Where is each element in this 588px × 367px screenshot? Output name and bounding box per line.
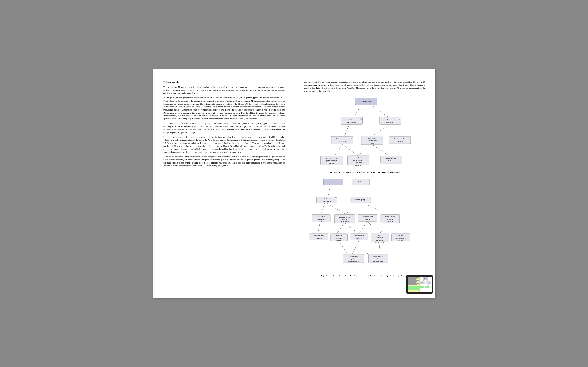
- figure6-svg: Management Customer Customer satisfactio…: [307, 177, 423, 273]
- fig5-ind2: [399, 118, 401, 120]
- fig6-custdata-l2: integration and: [348, 258, 359, 260]
- fig6-ind3: [353, 215, 355, 217]
- fig6-impcr-l2: customer: [377, 237, 383, 239]
- tablet-line7: [408, 283, 419, 284]
- fig5-ineff-l1: Inefficient order: [394, 138, 405, 140]
- fig5-lack-l1: Lack of global: [354, 157, 363, 159]
- section-title: Problem Analysis: [163, 81, 285, 84]
- fig6-line12: [367, 221, 379, 233]
- fig6-line6: [360, 203, 366, 214]
- tablet-line1: [408, 277, 419, 278]
- fig6-market-l1: Market pressure: [385, 216, 396, 218]
- fig5-ineff-l2: fulfilment: [397, 141, 403, 142]
- fig6-line10: [345, 223, 358, 233]
- fig6-line11: [359, 221, 367, 233]
- fig6-underdev-l3: relationship: [341, 221, 348, 222]
- figure5-container: Management Business performance Customer…: [304, 96, 426, 174]
- fig6-innov-l1: Innovate: [336, 235, 342, 237]
- fig6-impcr-l1: Improve: [377, 234, 382, 236]
- fig6-line7: [363, 203, 388, 214]
- fig6-caption-rest: Describing the Customer Satisfaction and…: [349, 275, 409, 277]
- page-number-left: 4: [163, 174, 285, 176]
- fig6-unified-l3: company-wide: [373, 260, 383, 262]
- svg-text:Mgmt: Mgmt: [424, 278, 427, 279]
- fig6-unified-l2: customer: [375, 258, 381, 260]
- tablet-left-col: [407, 277, 420, 292]
- svg-text:Serv. qual.: Serv. qual.: [427, 282, 430, 283]
- fig5-caption-bold: ArchiMate Motivation View: [337, 171, 358, 173]
- fig6-ineff-l1: Inefficient order: [314, 235, 324, 237]
- fig6-caption-label: Figure 6:: [321, 275, 328, 277]
- fig5-lead-l3: long: [371, 142, 374, 144]
- tablet-line4: [408, 280, 419, 281]
- fig5-line1: [354, 105, 361, 117]
- fig5-lack-l2: and consistent: [354, 159, 364, 161]
- tablet-line8: [408, 284, 417, 285]
- fig5-avrev-l2: per customer is: [327, 160, 337, 162]
- fig6-ind1: [335, 197, 337, 199]
- fig6-line1: [328, 185, 330, 196]
- fig6-subopt-l1: Suboptimal client: [362, 216, 373, 218]
- fig5-ind1: [360, 118, 362, 120]
- tablet-line5: [408, 281, 417, 282]
- fig6-custdata-l1: Customer data: [348, 256, 359, 258]
- fig5-ind4: [381, 137, 383, 139]
- figure6-container: Management Customer Customer satisfactio…: [304, 177, 426, 277]
- page-left: Problem Analysis The leaders of the M- e…: [153, 69, 294, 298]
- tablet-right-col: Mgmt Cust. sat. Serv. qual. Lead time Un…: [420, 277, 432, 292]
- fig6-csat-l2: satisfaction: [323, 200, 331, 202]
- fig6-caption: Figure 6: ArchiMate Motivation View Desc…: [321, 275, 409, 277]
- fig6-line15: [339, 241, 348, 254]
- tablet-line6: [408, 282, 416, 283]
- fig6-underdev-l2: customer: [342, 218, 348, 220]
- fig6-ineff-l2: fulfilment: [316, 237, 322, 239]
- fig5-line4: [372, 125, 390, 136]
- fig5-csat-label2: satisfaction: [386, 122, 394, 123]
- fig6-line14: [390, 223, 401, 233]
- fig6-underdev-l1: Underdeveloped: [339, 216, 350, 218]
- fig6-innov-l2: customer: [336, 237, 342, 239]
- fig6-line16: [352, 240, 359, 254]
- svg-line-3: [426, 280, 429, 282]
- fig5-lack-l3: view over: [355, 162, 362, 164]
- fig5-lack-l4: customer: [355, 164, 362, 166]
- figure5-svg: Management Business performance Customer…: [307, 96, 423, 170]
- right-intro: Another impact of these various customer…: [304, 81, 426, 92]
- fig6-ind2: [369, 197, 371, 199]
- fig5-caption: Figure 5: ArchiMate Motivation View Desc…: [330, 171, 400, 174]
- fig6-line18: [379, 242, 380, 254]
- fig6-line5: [346, 203, 358, 214]
- fig6-line8: [318, 222, 320, 233]
- fig5-avrev-l1: Average revenue: [326, 158, 338, 159]
- left-paragraph: The leaders of the M- enterprise transfo…: [163, 86, 285, 95]
- fig6-impmk-l3: strategy: [398, 240, 403, 242]
- left-paragraphs: The leaders of the M- enterprise transfo…: [163, 86, 285, 167]
- fig5-line6: [335, 144, 342, 156]
- fig5-ineff2-box: [380, 156, 402, 163]
- fig5-bperf-label2: performance: [347, 122, 356, 123]
- fig6-line4: [327, 203, 345, 214]
- fig6-improfile-box: [351, 234, 368, 240]
- page-right: Another impact of these various customer…: [294, 69, 435, 298]
- tablet-diagram: Mgmt Cust. sat. Serv. qual. Lead time Un…: [420, 277, 431, 291]
- fig6-market-l3: innovation: [387, 220, 393, 222]
- fig6-custdata-l3: standardization: [348, 260, 359, 262]
- left-paragraph: The PC also suffers from a lack of custo…: [163, 122, 285, 134]
- fig6-impcr-l4: management: [375, 242, 384, 243]
- fig5-ind3: [351, 137, 353, 139]
- fig5-line8: [358, 145, 372, 156]
- tablet-green-box: [408, 286, 419, 290]
- fig6-impmk-l2: marketing/service: [395, 237, 406, 239]
- fig6-improfile-l2: profiling: [357, 237, 362, 239]
- fig6-lead-l2: customer too: [317, 218, 325, 220]
- fig6-mgmt-label: Management: [329, 181, 337, 183]
- fig5-line2: [371, 105, 388, 117]
- left-paragraph: From the customer's perspective, the mai…: [163, 136, 285, 154]
- tablet-overlay: Mgmt Cust. sat. Serv. qual. Lead time Un…: [406, 275, 433, 294]
- tablet-line2: [408, 278, 417, 279]
- fig5-caption-label: Figure 5:: [330, 171, 337, 173]
- fig5-lead-l1: Lead time to: [368, 137, 376, 139]
- svg-text:Underdev: Underdev: [425, 287, 428, 288]
- fig6-impmk-l1: Improve: [398, 235, 403, 237]
- tablet-screen: Mgmt Cust. sat. Serv. qual. Lead time Un…: [407, 277, 432, 292]
